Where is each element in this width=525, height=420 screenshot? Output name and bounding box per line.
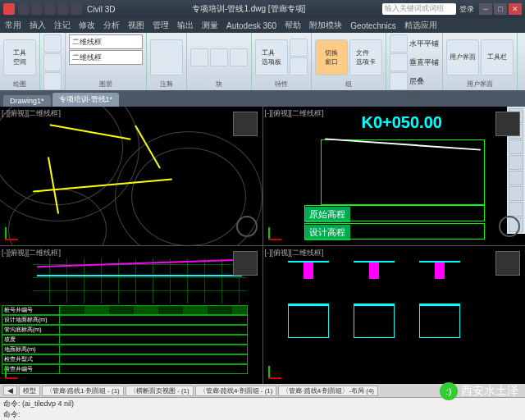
viewport-bottom-right[interactable]: [-][俯视][二维线框] <box>263 246 526 385</box>
ribbon-button[interactable] <box>290 39 308 57</box>
panel-label: 注释 <box>150 80 183 89</box>
table-row-label: 桩号井编号 <box>2 306 60 314</box>
panel-label: 块 <box>190 80 248 89</box>
command-line[interactable]: 命令: (ai_tiledvp 4 nil) 命令: <box>0 397 525 420</box>
ribbon-tab[interactable]: 精选应用 <box>404 20 437 31</box>
viewport-label[interactable]: [-][俯视][二维线框] <box>2 248 61 258</box>
watermark-text: 西安水土泽 <box>461 384 518 399</box>
maximize-button[interactable]: □ <box>494 3 507 15</box>
tile-h-icon[interactable] <box>390 34 408 52</box>
wcs-icon <box>268 224 285 240</box>
ribbon-tab[interactable]: 注记 <box>54 20 71 31</box>
viewcube-icon[interactable] <box>495 251 520 276</box>
panel-label: 视图 <box>390 90 439 99</box>
doc-tab[interactable]: 专项培训-管线1* <box>52 93 120 107</box>
ribbon-button[interactable] <box>190 48 208 66</box>
toolbar-button[interactable]: 工具栏 <box>481 39 514 75</box>
toolspace-button[interactable]: 工具空间 <box>3 39 36 75</box>
station-label: K0+050.00 <box>362 113 442 132</box>
qat-undo-icon[interactable] <box>57 3 69 15</box>
wcs-icon <box>5 363 21 379</box>
viewcube-icon[interactable] <box>233 251 258 276</box>
ribbon-tab[interactable]: 管理 <box>153 20 169 31</box>
help-search-input[interactable]: 输入关键词或词组 <box>382 3 456 15</box>
viewport-top-left[interactable]: [-][俯视][二维线框] <box>0 107 262 245</box>
tile-v-label[interactable]: 垂直平铺 <box>409 57 439 68</box>
tool-icon[interactable] <box>509 139 523 154</box>
close-button[interactable]: ✕ <box>509 3 522 15</box>
layout-tab[interactable]: 〈管廊·路线4·剖面组〉-布局 (4) <box>278 386 378 396</box>
ribbon-button[interactable] <box>230 48 248 66</box>
ribbon-button[interactable] <box>290 57 308 75</box>
panel-label: 图层 <box>69 80 143 89</box>
wcs-icon <box>5 224 21 240</box>
qat-open-icon[interactable] <box>31 3 43 15</box>
ribbon-tab[interactable]: Geotechnics <box>350 21 396 30</box>
wcs-icon <box>268 363 285 379</box>
viewport-label[interactable]: [-][俯视][二维线框] <box>2 108 61 119</box>
ribbon-tab[interactable]: 附加模块 <box>309 20 342 31</box>
wechat-icon: :) <box>440 382 458 400</box>
command-prompt[interactable]: 命令: <box>3 409 522 420</box>
doc-tab[interactable]: Drawing1* <box>3 95 51 107</box>
tool-palette-button[interactable]: 工具选项板 <box>255 39 288 75</box>
tile-v-icon[interactable] <box>390 53 408 71</box>
layer-dropdown[interactable]: 二维线框 <box>69 34 143 49</box>
cascade-label[interactable]: 层叠 <box>409 76 424 87</box>
viewport-top-right[interactable]: [-][俯视][二维线框] K0+050.00 原始高程 设计高程 <box>263 107 526 245</box>
cascade-icon[interactable] <box>390 72 408 90</box>
layout-tab[interactable]: 模型 <box>19 386 40 396</box>
watermark: :) 西安水土泽 <box>440 382 518 400</box>
ribbon-tab[interactable]: 分析 <box>103 20 120 31</box>
panel-label: 绘图 <box>3 80 36 89</box>
table-row-label: 地面标高(m) <box>2 345 60 354</box>
table-row-label: 检查井型式 <box>2 355 60 363</box>
qat-new-icon[interactable] <box>18 3 30 15</box>
window-title: 专项培训-管线1.dwg [管廊专项] <box>115 3 382 15</box>
ribbon-button[interactable] <box>43 72 62 90</box>
ribbon-button[interactable] <box>43 53 62 71</box>
tool-icon[interactable] <box>509 155 523 170</box>
tool-icon[interactable] <box>509 186 523 201</box>
tile-h-label[interactable]: 水平平铺 <box>409 39 439 49</box>
ribbon-tab[interactable]: 视图 <box>128 20 144 31</box>
tool-icon[interactable] <box>509 202 523 217</box>
ribbon-tab[interactable]: 帮助 <box>285 20 301 31</box>
switch-window-button[interactable]: 切换窗口 <box>315 39 348 75</box>
nav-wheel-icon[interactable] <box>236 216 258 237</box>
viewport-label[interactable]: [-][俯视][二维线框] <box>265 248 324 258</box>
ribbon-tab[interactable]: 测量 <box>202 20 218 31</box>
layout-tab[interactable]: 〈横断面页视图 - (1) <box>126 386 194 396</box>
layout-nav-icon[interactable]: ◀ <box>3 386 17 395</box>
table-row-label: 管沟底标高(m) <box>2 326 60 334</box>
ribbon-tab[interactable]: 输出 <box>177 20 194 31</box>
app-name: Civil 3D <box>87 5 115 14</box>
ui-button[interactable]: 用户界面 <box>446 39 479 75</box>
ribbon-button[interactable] <box>43 34 62 52</box>
app-logo-icon[interactable] <box>3 3 15 15</box>
viewport-grid: [-][俯视][二维线框] [-][俯视][二维线框] K0+050.00 原始… <box>0 107 525 384</box>
nav-wheel-icon[interactable] <box>499 216 520 237</box>
ribbon-button[interactable] <box>210 48 228 66</box>
ribbon-tab[interactable]: 常用 <box>5 20 21 31</box>
viewport-label[interactable]: [-][俯视][二维线框] <box>265 108 324 119</box>
tool-icon[interactable] <box>509 171 523 185</box>
ribbon-tab[interactable]: 插入 <box>30 20 46 31</box>
document-tabs: Drawing1* 专项培训-管线1* <box>0 90 525 107</box>
viewport-bottom-left[interactable]: [-][俯视][二维线框] 桩号井编号 设计地面标高(m) 管沟底标高(m) 坡… <box>0 246 262 385</box>
qat-redo-icon[interactable] <box>71 3 82 15</box>
minimize-button[interactable]: – <box>479 3 492 15</box>
signin-link[interactable]: 登录 <box>459 4 474 15</box>
ribbon-large-button[interactable] <box>150 39 183 75</box>
ribbon: 工具空间绘图 修改 二维线框二维线框图层 注释 块 工具选项板特性 切换窗口文件… <box>0 33 525 90</box>
layout-tab[interactable]: 〈管廊·路线4·剖面组 - (1) <box>195 386 277 396</box>
viewcube-icon[interactable] <box>233 112 258 136</box>
qat-save-icon[interactable] <box>44 3 56 15</box>
visual-style-dropdown[interactable]: 二维线框 <box>69 50 143 65</box>
ribbon-tab[interactable]: 修改 <box>79 20 95 31</box>
ribbon-tab[interactable]: Autodesk 360 <box>226 21 276 30</box>
viewcube-icon[interactable] <box>495 112 520 136</box>
file-tab-button[interactable]: 文件选项卡 <box>349 39 382 75</box>
quick-access-toolbar <box>18 3 82 15</box>
layout-tab[interactable]: 〈管廊·路线1·剖面组 - (1) <box>42 386 124 396</box>
